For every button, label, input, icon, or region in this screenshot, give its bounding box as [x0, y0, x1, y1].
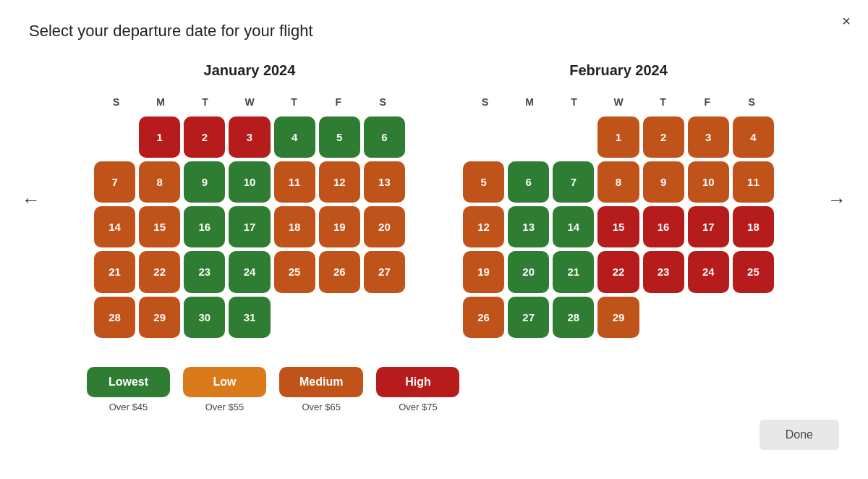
done-button-container: Done [760, 420, 839, 450]
day-cell[interactable]: 17 [688, 206, 729, 247]
empty-cell [94, 116, 135, 158]
day-cell[interactable]: 25 [274, 251, 315, 292]
day-header: T [183, 93, 227, 111]
legend-item: LowestOver $45 [87, 367, 170, 412]
day-header: W [227, 93, 271, 111]
day-headers-february: SMTWTFS [463, 93, 774, 111]
legend-item: MediumOver $65 [279, 367, 363, 412]
day-cell[interactable]: 21 [553, 251, 594, 292]
day-cell[interactable]: 16 [643, 206, 684, 247]
day-cell[interactable]: 8 [139, 161, 180, 203]
day-cell[interactable]: 27 [508, 297, 549, 338]
day-cell[interactable]: 7 [94, 161, 135, 203]
legend-section: LowestOver $45LowOver $55MediumOver $65H… [29, 367, 839, 412]
legend-badge: High [376, 367, 459, 397]
done-button[interactable]: Done [760, 420, 839, 450]
day-cell[interactable]: 12 [463, 206, 504, 247]
day-cell[interactable]: 1 [139, 116, 180, 158]
modal-container: × Select your departure date for your fl… [0, 0, 868, 479]
legend-sublabel: Over $75 [399, 402, 437, 412]
day-cell[interactable]: 15 [139, 206, 180, 247]
day-cell[interactable]: 28 [553, 297, 594, 338]
day-cell[interactable]: 2 [184, 116, 225, 158]
day-headers-january: SMTWTFS [94, 93, 405, 111]
day-cell[interactable]: 28 [94, 297, 135, 338]
day-cell[interactable]: 19 [463, 251, 504, 292]
day-cell[interactable]: 7 [553, 161, 594, 203]
day-header: S [361, 93, 405, 111]
day-cell[interactable]: 18 [733, 206, 774, 247]
day-cell[interactable]: 6 [508, 161, 549, 203]
legend-badge: Lowest [87, 367, 170, 397]
day-cell[interactable]: 26 [463, 297, 504, 338]
day-cell[interactable]: 4 [274, 116, 315, 158]
day-cell[interactable]: 24 [688, 251, 729, 292]
close-button[interactable]: × [842, 13, 851, 30]
day-header: S [94, 93, 138, 111]
calendars-container: ← January 2024 SMTWTFS 12345678910111213… [29, 62, 839, 338]
day-cell[interactable]: 5 [463, 161, 504, 203]
day-cell[interactable]: 6 [364, 116, 405, 158]
day-cell[interactable]: 8 [597, 161, 639, 203]
day-cell[interactable]: 18 [274, 206, 315, 247]
legend-sublabel: Over $65 [302, 402, 340, 412]
day-cell[interactable]: 19 [319, 206, 360, 247]
day-cell[interactable]: 9 [184, 161, 225, 203]
day-cell[interactable]: 2 [643, 116, 684, 158]
day-cell[interactable]: 27 [364, 251, 405, 292]
day-cell[interactable]: 29 [139, 297, 180, 338]
legend-sublabel: Over $55 [205, 402, 244, 412]
day-cell[interactable]: 12 [319, 161, 360, 203]
day-cell[interactable]: 14 [94, 206, 135, 247]
day-cell[interactable]: 23 [184, 251, 225, 292]
day-cell[interactable]: 3 [688, 116, 729, 158]
legend-badge: Low [183, 367, 266, 397]
day-cell[interactable]: 24 [229, 251, 270, 292]
day-header: F [316, 93, 360, 111]
day-cell[interactable]: 16 [184, 206, 225, 247]
day-cell[interactable]: 13 [364, 161, 405, 203]
day-cell[interactable]: 26 [319, 251, 360, 292]
day-cell[interactable]: 20 [364, 206, 405, 247]
calendar-february: February 2024 SMTWTFS 123456789101112131… [463, 62, 774, 338]
day-cell[interactable]: 25 [733, 251, 774, 292]
day-cell[interactable]: 29 [597, 297, 639, 338]
modal-title: Select your departure date for your flig… [29, 22, 839, 41]
day-cell[interactable]: 4 [733, 116, 774, 158]
day-cell[interactable]: 14 [553, 206, 594, 247]
calendar-grid-february: 1234567891011121314151617181920212223242… [463, 116, 774, 338]
day-cell[interactable]: 11 [733, 161, 774, 203]
day-cell[interactable]: 21 [94, 251, 135, 292]
day-cell[interactable]: 20 [508, 251, 549, 292]
day-header: M [138, 93, 182, 111]
day-cell[interactable]: 23 [643, 251, 684, 292]
empty-cell [463, 116, 504, 158]
prev-month-button[interactable]: ← [22, 189, 41, 211]
calendar-january: January 2024 SMTWTFS 1234567891011121314… [94, 62, 405, 338]
day-header: S [463, 93, 507, 111]
day-cell[interactable]: 30 [184, 297, 225, 338]
legend-item: HighOver $75 [376, 367, 459, 412]
day-cell[interactable]: 1 [597, 116, 639, 158]
legend-sublabel: Over $45 [109, 402, 148, 412]
day-cell[interactable]: 5 [319, 116, 360, 158]
empty-cell [553, 116, 594, 158]
day-cell[interactable]: 10 [229, 161, 270, 203]
calendar-february-title: February 2024 [463, 62, 774, 79]
day-header: W [596, 93, 640, 111]
day-cell[interactable]: 11 [274, 161, 315, 203]
day-cell[interactable]: 10 [688, 161, 729, 203]
day-cell[interactable]: 15 [597, 206, 639, 247]
day-cell[interactable]: 22 [139, 251, 180, 292]
next-month-button[interactable]: → [827, 189, 846, 211]
day-cell[interactable]: 31 [229, 297, 270, 338]
day-header: F [685, 93, 729, 111]
day-cell[interactable]: 22 [597, 251, 639, 292]
day-header: S [730, 93, 774, 111]
day-cell[interactable]: 9 [643, 161, 684, 203]
day-cell[interactable]: 17 [229, 206, 270, 247]
day-cell[interactable]: 3 [229, 116, 270, 158]
day-cell[interactable]: 13 [508, 206, 549, 247]
day-header: M [507, 93, 551, 111]
calendar-january-title: January 2024 [94, 62, 405, 79]
